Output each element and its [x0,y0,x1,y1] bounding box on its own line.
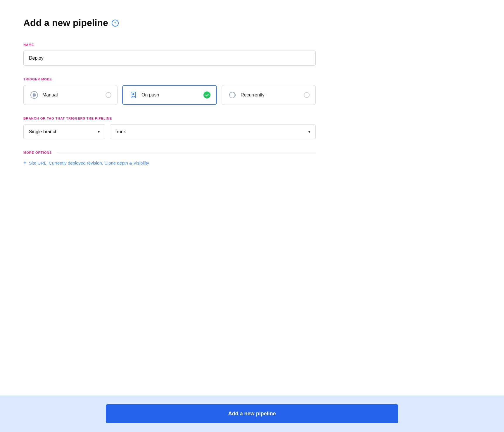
submit-button[interactable]: Add a new pipeline [106,404,398,423]
branch-row: Single branch Multiple branches Any bran… [23,124,316,139]
manual-icon [30,90,39,100]
recurrently-icon [228,90,237,100]
branch-label: BRANCH OR TAG THAT TRIGGERS THE PIPELINE [23,117,327,120]
more-options-label: MORE OPTIONS [23,151,52,154]
page-title: Add a new pipeline [23,18,108,28]
trigger-mode-label: TRIGGER MODE [23,77,327,81]
more-options-divider [57,153,316,153]
help-icon[interactable]: ? [112,20,119,27]
trigger-manual-label: Manual [42,92,58,98]
trigger-recurrently[interactable]: Recurrently [222,85,316,105]
name-label: NAME [23,43,327,46]
more-options-expand-link[interactable]: + Site URL, Currently deployed revision,… [23,160,316,165]
more-options-section: MORE OPTIONS + Site URL, Currently deplo… [23,151,316,165]
trigger-on-push-label: On push [141,92,159,98]
more-options-expand-label: Site URL, Currently deployed revision, C… [29,160,149,165]
more-options-header: MORE OPTIONS [23,151,316,154]
check-icon [205,93,209,97]
trigger-recurrently-label: Recurrently [241,92,265,98]
name-section: NAME [23,43,327,66]
branch-value-select[interactable]: trunk main master develop [110,124,316,139]
on-push-icon [129,90,138,100]
svg-point-3 [132,93,134,95]
svg-point-1 [33,94,35,96]
plus-icon: + [23,160,27,165]
trigger-recurrently-radio[interactable] [304,92,310,98]
branch-type-select[interactable]: Single branch Multiple branches Any bran… [23,124,105,139]
trigger-mode-section: TRIGGER MODE Manual [23,77,327,105]
trigger-on-push-check [203,91,210,99]
pipeline-name-input[interactable] [23,51,316,66]
branch-type-wrapper: Single branch Multiple branches Any bran… [23,124,105,139]
trigger-on-push[interactable]: On push [122,85,217,105]
trigger-manual-radio[interactable] [106,92,111,98]
footer: Add a new pipeline [0,395,504,432]
branch-section: BRANCH OR TAG THAT TRIGGERS THE PIPELINE… [23,117,327,139]
branch-value-wrapper: trunk main master develop ▼ [110,124,316,139]
trigger-manual[interactable]: Manual [23,85,118,105]
trigger-options-group: Manual On push [23,85,316,105]
